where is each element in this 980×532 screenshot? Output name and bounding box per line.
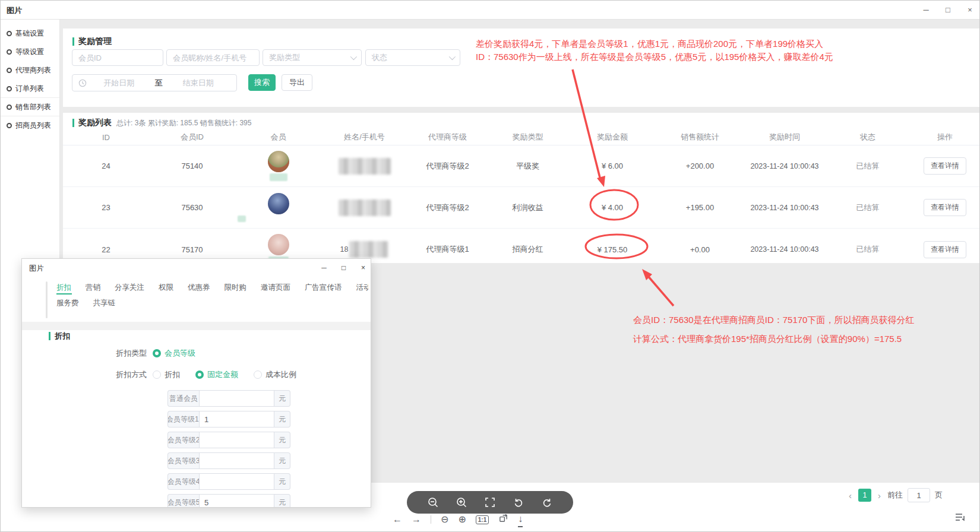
level2-amount-input[interactable] [199,432,274,448]
option-member-level[interactable]: 会员等级 [165,348,195,359]
zoom-in-icon[interactable] [455,496,468,509]
radio-circle-icon [7,123,12,128]
sidebar-item-level-settings[interactable]: 等级设置 [1,43,59,61]
member-avatar [235,151,321,181]
cell-status: 已结算 [826,202,909,213]
prev-image-icon[interactable]: ← [393,513,402,526]
image-viewer-toolbar [407,491,573,514]
zoom-out-icon[interactable]: ⊖ [441,513,448,526]
rotate-left-icon[interactable] [512,496,525,509]
view-detail-button[interactable]: 查看详情 [924,157,966,175]
filter-section-title: 奖励管理 [78,36,112,47]
cell-time: 2023-11-24 10:00:43 [743,162,826,170]
option-cost-ratio[interactable]: 成本比例 [265,369,296,380]
tab-coupon[interactable]: 优惠券 [188,283,210,293]
blurred-tag [270,173,287,181]
prev-page-icon[interactable]: ‹ [847,490,853,501]
rotate-right-icon[interactable] [540,496,554,509]
sidebar-item-order-list[interactable]: 订单列表 [1,80,59,98]
cell-sales-total: +195.00 [657,203,743,212]
discount-mode-label: 折扣方式 [22,369,153,380]
cell-sales-total: +0.00 [657,245,743,254]
tab-share-follow[interactable]: 分享关注 [115,283,144,293]
section-accent-bar [72,119,74,127]
level3-amount-input[interactable] [199,452,274,469]
cell-id: 23 [63,203,149,212]
table-row: 24 75140 代理商等级2 平级奖 ¥ 6.00 +200.00 2023-… [63,145,980,187]
sidebar-item-sales-dept-list[interactable]: 销售部列表 [1,98,59,116]
tab-ad-slogan[interactable]: 广告宣传语 [305,283,342,293]
tab-marketing[interactable]: 营销 [86,283,100,293]
sidebar-item-basic-settings[interactable]: 基础设置 [1,24,59,43]
option-fixed-amount[interactable]: 固定金额 [207,369,238,380]
level5-amount-input[interactable] [199,494,274,508]
separator-band [22,322,371,330]
next-image-icon[interactable]: → [412,513,421,526]
table-row: 23 75630 代理商等级2 利润收益 ¥ 4.00 +195.00 2023… [63,187,980,229]
one-to-one-icon[interactable]: 1:1 [476,515,489,524]
dialog-title: 图片 [29,264,44,274]
date-to-label: 至 [151,78,166,88]
option-discount[interactable]: 折扣 [165,369,180,380]
current-page-button[interactable]: 1 [858,489,871,502]
date-range-picker[interactable]: 开始日期 至 结束日期 [72,74,237,91]
tab-invite-page[interactable]: 邀请页面 [261,283,290,293]
tab-share-chain[interactable]: 共享链 [93,298,116,309]
tab-flash-sale[interactable]: 限时购 [225,283,247,293]
nickname-input[interactable] [166,49,260,66]
dialog-maximize-button[interactable]: □ [334,259,353,277]
list-toggle-icon[interactable] [953,510,967,524]
cell-status: 已结算 [826,244,909,255]
table-summary: 总计: 3条 累计奖励: 185.5 销售额统计: 395 [116,118,251,128]
view-detail-button[interactable]: 查看详情 [924,199,966,216]
member-avatar [235,193,321,222]
sidebar-item-recruiter-list[interactable]: 招商员列表 [1,116,59,135]
tab-discount[interactable]: 折扣 [56,283,71,293]
search-button[interactable]: 搜索 [248,74,276,91]
scrollbar-thumb[interactable] [46,281,48,318]
section-accent-bar [72,37,74,46]
radio-discount[interactable] [153,370,161,379]
fullscreen-icon[interactable] [483,496,497,509]
tab-service-fee[interactable]: 服务费 [56,298,79,309]
cell-member-id: 75170 [149,245,235,254]
pagination: ‹ 1 › 前往 页 [847,487,943,503]
level4-amount-input[interactable] [199,473,274,490]
zoom-in-icon[interactable]: ⊕ [458,513,466,526]
field-level4: 会员等级4 元 [167,473,290,490]
status-select[interactable]: 状态 [365,49,460,66]
zoom-out-icon[interactable] [426,496,440,509]
radio-member-level[interactable] [153,349,161,357]
radio-circle-icon [7,31,12,36]
goto-label: 前往 [887,490,903,501]
divider [431,515,431,524]
minimize-button[interactable]: ─ [915,1,937,19]
dialog-titlebar: 图片 ─ □ × [22,259,371,277]
dialog-close-button[interactable]: × [353,259,371,277]
sidebar-item-agent-list[interactable]: 代理商列表 [1,61,59,80]
maximize-button[interactable]: □ [937,1,959,19]
level1-amount-input[interactable] [199,411,274,428]
radio-fixed-amount[interactable] [195,370,204,379]
dialog-minimize-button[interactable]: ─ [314,259,334,277]
cell-time: 2023-11-24 10:00:43 [743,245,826,254]
member-id-input[interactable] [72,49,163,66]
export-button[interactable]: 导出 [282,74,312,91]
window-title: 图片 [7,5,22,16]
close-button[interactable]: × [959,1,980,19]
blurred-name [339,158,391,175]
dialog-tab-bar: 折扣 营销 分享关注 权限 优惠券 限时购 邀请页面 广告宣传语 活动列 [56,283,368,293]
reward-type-select[interactable]: 奖励类型 [263,49,362,66]
next-page-icon[interactable]: › [876,490,883,501]
normal-member-amount-input[interactable] [199,390,274,407]
view-detail-button[interactable]: 查看详情 [924,241,966,258]
tab-activity[interactable]: 活动列 [356,283,369,293]
tab-permissions[interactable]: 权限 [159,283,173,293]
rotate-icon[interactable] [498,513,508,527]
discount-section-title: 折扣 [55,331,70,341]
cell-amount: ¥ 4.00 [568,203,657,212]
goto-page-input[interactable] [908,488,930,502]
radio-cost-ratio[interactable] [254,370,262,379]
download-icon[interactable]: ↓ [518,512,523,527]
radio-circle-icon [7,104,12,110]
